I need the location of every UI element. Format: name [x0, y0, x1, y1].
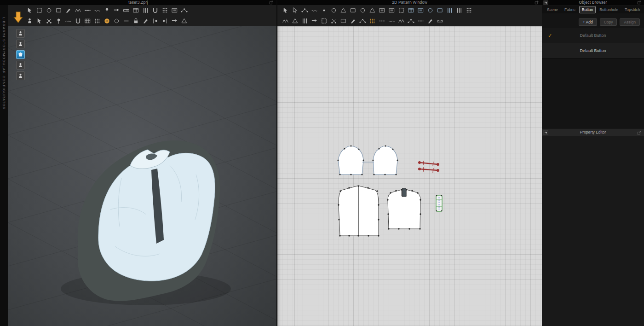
mannequin-thumbnail-button[interactable] — [16, 71, 25, 80]
sleeve-pattern-right[interactable] — [373, 146, 397, 175]
spray-tool-icon[interactable] — [93, 17, 101, 24]
steam-brush-icon[interactable] — [161, 6, 168, 14]
fabric-swatch-icon[interactable] — [84, 17, 91, 24]
expand-property-editor-icon[interactable] — [637, 130, 641, 134]
line-tool-icon[interactable] — [122, 17, 130, 24]
expand-object-browser-icon[interactable] — [637, 0, 641, 5]
copy-button[interactable]: Copy — [600, 18, 617, 26]
magnet-tool-icon[interactable] — [74, 17, 81, 24]
sleeve-pattern-left[interactable] — [338, 146, 363, 175]
expand-3d-icon[interactable] — [269, 0, 273, 5]
polygon-tool-icon[interactable] — [339, 6, 347, 14]
property-editor-header[interactable]: Property Editor — [542, 128, 644, 136]
measure-2d-icon[interactable] — [436, 17, 443, 24]
pose-thumbnail-button[interactable] — [16, 61, 25, 70]
pattern-canvas[interactable] — [277, 26, 542, 326]
pin-box-icon[interactable] — [55, 17, 62, 24]
measure-tape-icon[interactable] — [122, 6, 130, 14]
bars-tool-icon[interactable] — [455, 6, 463, 14]
slash-view-icon[interactable] — [446, 6, 453, 14]
pose-move-icon[interactable] — [35, 17, 43, 24]
align-left-icon[interactable] — [151, 17, 159, 24]
curve-point-icon[interactable] — [330, 6, 337, 14]
edit-pattern-icon[interactable] — [291, 6, 299, 14]
seam-2d-icon[interactable] — [282, 17, 289, 24]
pattern-view-icon[interactable] — [436, 6, 443, 14]
sidebar-tab-modular-configurator[interactable]: MODULAR CONFIGURATOR — [2, 53, 6, 110]
align-right-icon[interactable] — [161, 17, 168, 24]
flip-fold-icon[interactable] — [310, 17, 318, 24]
placket-strip-pattern[interactable] — [436, 195, 443, 212]
transform-pattern-icon[interactable] — [55, 6, 62, 14]
assign-button[interactable]: Assign — [620, 18, 640, 26]
collapse-panel-icon[interactable] — [543, 0, 548, 5]
shade-view-icon[interactable] — [426, 6, 434, 14]
add-point-icon[interactable] — [320, 6, 328, 14]
safety-pin-icon[interactable] — [151, 6, 159, 14]
tab-topstitch[interactable]: Topstitch — [622, 6, 643, 13]
dropper-icon[interactable] — [142, 17, 149, 24]
wind-tool-icon[interactable] — [64, 17, 72, 24]
layers-icon[interactable] — [142, 6, 149, 14]
transform-pattern-2d-icon[interactable] — [282, 6, 289, 14]
stack-tool-icon[interactable] — [180, 6, 188, 14]
bodice-pattern-right[interactable] — [387, 188, 421, 230]
expand-2d-icon[interactable] — [535, 0, 539, 5]
avatar-female-button[interactable] — [16, 40, 25, 48]
placket-piece[interactable] — [402, 188, 406, 197]
grading-icon[interactable] — [359, 17, 366, 24]
bodice-pattern-left[interactable] — [338, 185, 379, 236]
lock-tool-icon[interactable] — [132, 17, 139, 24]
segment-sewing-icon[interactable] — [84, 6, 91, 14]
shape-tool-icon[interactable] — [339, 17, 347, 24]
viewport-3d[interactable] — [8, 26, 276, 326]
swap-direction-icon[interactable] — [113, 6, 120, 14]
topstitch-marks[interactable] — [418, 161, 439, 173]
rectangle-tool-icon[interactable] — [349, 6, 356, 14]
pin-tool-icon[interactable] — [103, 6, 110, 14]
center-arrows-icon[interactable] — [171, 17, 178, 24]
dashes-icon[interactable] — [417, 17, 424, 24]
sidebar-tab-library[interactable]: LIBRARY — [2, 17, 6, 35]
add-button[interactable]: + Add — [579, 18, 597, 26]
edit-sewing-icon[interactable] — [74, 6, 81, 14]
points-line-icon[interactable] — [407, 17, 414, 24]
free-sewing-icon[interactable] — [93, 6, 101, 14]
edit-curve-icon[interactable] — [310, 6, 318, 14]
smiley-face-icon[interactable] — [103, 17, 110, 24]
simulate-button[interactable] — [13, 11, 23, 23]
topstitch-line-icon[interactable] — [378, 17, 385, 24]
ellipse-tool-icon[interactable] — [359, 6, 366, 14]
orange-snap-icon[interactable] — [368, 17, 376, 24]
emoticon-icon[interactable] — [113, 17, 120, 24]
seam-allowance-icon[interactable] — [397, 6, 405, 14]
topstitch-curve-icon[interactable] — [397, 17, 405, 24]
avatar-male-button[interactable] — [16, 29, 25, 38]
select-move-icon[interactable] — [26, 6, 33, 14]
topstitch-free-icon[interactable] — [388, 17, 395, 24]
sketch-icon[interactable] — [426, 17, 434, 24]
edit-point-icon[interactable] — [301, 6, 308, 14]
garment-thumbnail-button[interactable] — [16, 50, 25, 59]
tab-button[interactable]: Button — [579, 6, 596, 13]
sidebar-tab-history[interactable]: HISTORY — [2, 35, 6, 53]
mesh-view-icon[interactable] — [417, 6, 424, 14]
garment-3d[interactable] — [61, 140, 231, 305]
import-pattern-icon[interactable] — [388, 6, 395, 14]
cut-and-sew-icon[interactable] — [330, 17, 337, 24]
frame-tool-icon[interactable] — [171, 6, 178, 14]
tab-fabric[interactable]: Fabric — [562, 6, 578, 13]
flip-tool-icon[interactable] — [180, 17, 188, 24]
tab-buttonhole[interactable]: Buttonhole — [597, 6, 621, 13]
fold-arrange-icon[interactable] — [291, 17, 299, 24]
trace-tool-icon[interactable] — [378, 6, 385, 14]
collapse-property-editor-icon[interactable] — [543, 130, 548, 134]
dart-tool-icon[interactable] — [368, 6, 376, 14]
clone-rect-icon[interactable] — [320, 17, 328, 24]
select-box-icon[interactable] — [35, 6, 43, 14]
scissors-tool-icon[interactable] — [45, 17, 52, 24]
pleats-fold-icon[interactable] — [301, 17, 308, 24]
pen-tool-icon[interactable] — [64, 6, 72, 14]
knife-tool-icon[interactable] — [349, 17, 356, 24]
texture-view-icon[interactable] — [407, 6, 414, 14]
